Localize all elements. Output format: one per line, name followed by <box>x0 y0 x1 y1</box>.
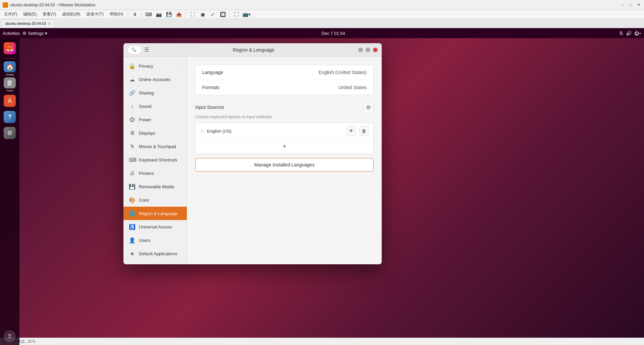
menu-help[interactable]: 帮助(H) <box>107 11 126 18</box>
sidebar-item-universal-access[interactable]: ♿ Universal Access <box>123 220 187 233</box>
sidebar-label-sound: Sound <box>139 104 152 109</box>
sidebar-item-mouse-touchpad[interactable]: 🖱 Mouse & Touchpad <box>123 140 187 153</box>
toolbar-separator-4 <box>229 11 230 17</box>
hamburger-icon[interactable]: ☰ <box>144 47 149 53</box>
sidebar-item-displays[interactable]: 🖥 Displays <box>123 126 187 140</box>
input-source-view-btn[interactable]: 👁 <box>346 126 356 136</box>
formats-value: United States <box>338 85 367 90</box>
toolbar-btn3[interactable]: 💾 <box>164 11 173 18</box>
apps-grid-button[interactable]: ⠿ <box>4 330 16 342</box>
dock-item-settings[interactable]: ⚙ <box>2 126 17 140</box>
minimize-btn[interactable]: ─ <box>620 2 625 8</box>
language-format-card: Language English (United States) Formats… <box>195 65 374 95</box>
sidebar-item-power[interactable]: ⏻ Power <box>123 113 187 126</box>
sidebar-label-users: Users <box>139 238 150 243</box>
dock-item-trash[interactable]: 🗑 Trash <box>2 77 17 92</box>
universal-access-icon: ♿ <box>129 224 136 230</box>
color-icon: 🎨 <box>129 197 136 203</box>
toolbar-display-opt[interactable]: 📺▾ <box>242 11 251 18</box>
toolbar-pause[interactable]: ⏸ <box>130 11 140 18</box>
input-sources-card: ⠿ English (US) 👁 🗑 <box>195 123 374 154</box>
win-minimize-btn[interactable] <box>358 48 363 52</box>
vmware-tabbar: ubuntu-desktop-20.04.03 ✕ <box>0 19 644 28</box>
sidebar-item-sharing[interactable]: 🔗 Sharing <box>123 86 187 99</box>
files-icon: 🏠 <box>4 61 16 72</box>
panel-left: Activities ⚙ Settings ▾ <box>3 31 47 36</box>
sidebar-item-printers[interactable]: 🖨 Printers <box>123 166 187 180</box>
close-btn[interactable]: ✕ <box>636 2 641 8</box>
toolbar-btn2[interactable]: 📷 <box>154 11 163 18</box>
sidebar-item-date-time[interactable]: 🕐 Date & Time <box>123 260 187 264</box>
network-icon[interactable]: ⇅ <box>619 30 623 36</box>
power-menu-icon[interactable]: ⏻▾ <box>634 30 641 36</box>
menu-edit[interactable]: 编辑(E) <box>20 11 39 18</box>
vm-title: ubuntu-desktop-20.04.03 - VMware Worksta… <box>10 3 620 7</box>
toolbar-send-ctrl[interactable]: ⌨ <box>144 11 153 18</box>
panel-center: Dec 7 01:54 <box>47 31 619 36</box>
add-input-source-button[interactable]: + <box>196 139 373 154</box>
sidebar-item-color[interactable]: 🎨 Color <box>123 193 187 207</box>
dock-item-files[interactable]: 🏠 sixqaq <box>2 61 17 76</box>
toolbar-fullscreen2[interactable]: ⛶ <box>232 11 241 18</box>
dock-item-help[interactable]: ? <box>2 110 17 124</box>
sidebar-item-removable-media[interactable]: 💾 Removable Media <box>123 180 187 193</box>
input-source-name: English (US) <box>207 129 343 134</box>
input-source-delete-btn[interactable]: 🗑 <box>359 126 369 136</box>
add-icon: + <box>282 143 286 150</box>
tab-close-icon[interactable]: ✕ <box>48 22 51 25</box>
power-icon: ⏻ <box>129 117 136 123</box>
toolbar-fullscreen[interactable]: ⛶ <box>188 11 197 18</box>
sidebar-item-privacy[interactable]: 🔒 Privacy › <box>123 59 187 73</box>
sidebar-item-default-applications[interactable]: ★ Default Applications <box>123 247 187 260</box>
sidebar-item-keyboard-shortcuts[interactable]: ⌨ Keyboard Shortcuts <box>123 153 187 166</box>
status-bar: 正在保存状态...51% <box>0 338 644 345</box>
win-close-btn[interactable]: ✕ <box>373 48 378 52</box>
win-maximize-btn[interactable] <box>366 48 370 52</box>
formats-row[interactable]: Formats United States <box>196 80 373 95</box>
dock: 🦊 🏠 sixqaq 🗑 Trash A ? ⚙ ⠿ <box>0 38 19 345</box>
settings-body: 🔒 Privacy › ☁ Online Accounts 🔗 Sharing <box>123 57 382 264</box>
menu-tabs[interactable]: 选项卡(T) <box>84 11 106 18</box>
sidebar-item-sound[interactable]: ♪ Sound <box>123 99 187 113</box>
trash-icon: 🗑 <box>4 77 16 88</box>
displays-icon: 🖥 <box>129 130 136 136</box>
dock-item-firefox[interactable]: 🦊 <box>2 41 17 56</box>
activities-button[interactable]: Activities <box>3 31 20 36</box>
toolbar-unity[interactable]: ▣ <box>198 11 207 18</box>
sidebar-item-users[interactable]: 👤 Users <box>123 233 187 247</box>
apps-grid-icon: ⠿ <box>8 333 12 340</box>
sidebar-label-mouse: Mouse & Touchpad <box>139 144 176 149</box>
manage-languages-button[interactable]: Manage Installed Languages <box>195 158 374 171</box>
dock-item-appstore[interactable]: A <box>2 93 17 108</box>
main-area: 🔍 ☰ Region & Language ✕ <box>19 38 644 345</box>
input-sources-subtitle: Choose keyboard layouts or input methods… <box>195 115 374 119</box>
delete-icon: 🗑 <box>362 128 366 134</box>
keyboard-icon: ⌨ <box>129 157 136 163</box>
sidebar-label-displays: Displays <box>139 131 155 136</box>
privacy-icon: 🔒 <box>129 63 136 69</box>
sidebar-item-online-accounts[interactable]: ☁ Online Accounts <box>123 73 187 86</box>
settings-search-box[interactable]: 🔍 <box>127 45 142 55</box>
volume-icon[interactable]: 🔊 <box>626 30 632 36</box>
menu-vm[interactable]: 虚拟机(M) <box>59 11 83 18</box>
vmware-menubar: 文件(F) 编辑(E) 查看(V) 虚拟机(M) 选项卡(T) 帮助(H) ⏸ … <box>0 10 644 19</box>
sharing-icon: 🔗 <box>129 90 136 96</box>
toolbar-hidpi[interactable]: 🔲 <box>218 11 227 18</box>
vm-tab[interactable]: ubuntu-desktop-20.04.03 ✕ <box>1 19 54 27</box>
maximize-btn[interactable]: □ <box>628 2 633 8</box>
sidebar-item-region-language[interactable]: 🌐 Region & Language <box>123 207 187 220</box>
language-row[interactable]: Language English (United States) <box>196 65 373 80</box>
language-label: Language <box>202 70 223 75</box>
menu-view[interactable]: 查看(V) <box>40 11 59 18</box>
settings-app-button[interactable]: ⚙ Settings ▾ <box>22 31 47 36</box>
input-sources-gear-button[interactable]: ⚙ <box>363 102 374 113</box>
menu-file[interactable]: 文件(F) <box>1 11 20 18</box>
desktop: Activities ⚙ Settings ▾ Dec 7 01:54 ⇅ 🔊 … <box>0 28 644 345</box>
dock-trash-label: Trash <box>6 89 13 92</box>
vm-icon <box>3 2 8 8</box>
sidebar-label-online-accounts: Online Accounts <box>139 77 170 82</box>
users-icon: 👤 <box>129 237 136 244</box>
toolbar-stretch[interactable]: ⤢ <box>208 11 217 18</box>
drag-handle-icon[interactable]: ⠿ <box>200 128 204 134</box>
toolbar-btn4[interactable]: 📤 <box>174 11 183 18</box>
